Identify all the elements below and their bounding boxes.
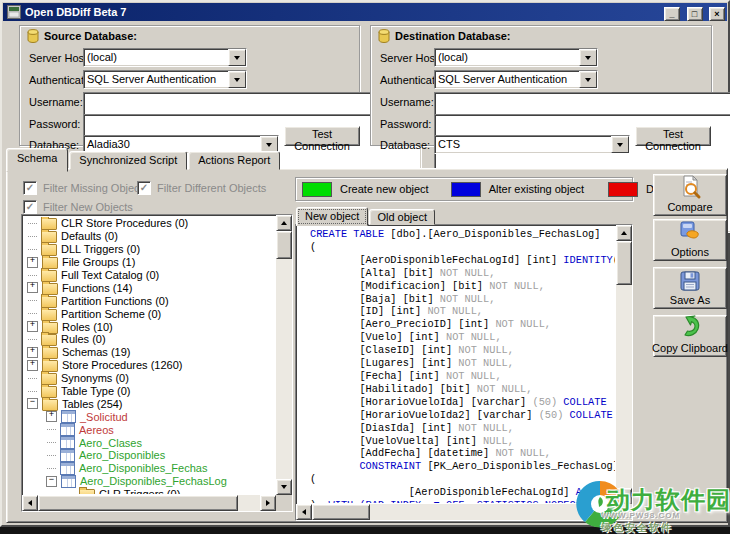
expand-icon[interactable]: + (27, 257, 38, 268)
tree-vscroll-thumb[interactable] (276, 231, 292, 259)
destination-database-combo[interactable]: CTS (434, 135, 630, 154)
dropdown-arrow-icon[interactable] (579, 71, 597, 88)
tree-connector (28, 236, 37, 237)
sql-hscroll-thumb[interactable] (312, 504, 370, 520)
tree-item[interactable]: +_Solicitud (23, 410, 275, 423)
scroll-up-icon[interactable] (276, 215, 292, 231)
minimize-button[interactable]: _ (664, 7, 680, 21)
tree-item[interactable]: Partition Functions (0) (23, 294, 275, 307)
collapse-icon[interactable]: − (27, 398, 38, 409)
sql-line: [HorarioVueloIda] [varchar] (50) COLLATE (310, 396, 615, 409)
folder-icon (42, 399, 58, 411)
save-as-label: Save As (670, 294, 710, 306)
scroll-left-icon[interactable] (296, 504, 312, 520)
source-username-label: Username: (29, 96, 83, 108)
expand-icon[interactable]: + (27, 360, 38, 371)
tree-item[interactable]: DLL Triggers (0) (23, 243, 275, 256)
tree-item[interactable]: +File Groups (1) (23, 256, 275, 269)
tree-item[interactable]: CLR Triggers (0) (23, 488, 275, 494)
dropdown-arrow-icon[interactable] (611, 136, 629, 153)
filter-different-objects-checkbox[interactable]: ✓ (137, 181, 151, 195)
destination-authentication-combo[interactable]: SQL Server Authentication (434, 70, 598, 89)
sql-line: [VueloVuelta] [int] NULL, (310, 435, 615, 448)
sql-vscroll-thumb[interactable] (616, 241, 632, 285)
sql-line: [ID] [int] NOT NULL, (310, 305, 615, 318)
tab-new-object[interactable]: New object (296, 207, 368, 226)
object-tree[interactable]: CLR Store Procedures (0)Defaults (0)DLL … (23, 217, 275, 494)
sql-horizontal-scrollbar[interactable] (296, 504, 616, 520)
sql-line: [Alta] [bit] NOT NULL, (310, 267, 615, 280)
tree-item[interactable]: Aero_Disponibles_Fechas (23, 462, 275, 475)
tree-connector (28, 275, 37, 276)
tree-item[interactable]: +Schemas (19) (23, 346, 275, 359)
tree-item-label: File Groups (1) (62, 256, 135, 268)
titlebar[interactable]: Open DBDiff Beta 7 _ □ × (3, 3, 727, 21)
scroll-right-icon[interactable] (600, 504, 616, 520)
tree-item-label: Partition Scheme (0) (61, 308, 161, 320)
tree-item[interactable]: Partition Scheme (0) (23, 307, 275, 320)
save-as-button[interactable]: Save As (653, 267, 727, 309)
tree-item[interactable]: CLR Store Procedures (0) (23, 217, 275, 230)
tree-item-label: Table Type (0) (61, 385, 131, 397)
source-authentication-value: SQL Server Authentication (84, 71, 228, 88)
sql-line: [DiasIda] [int] NOT NULL, (310, 422, 615, 435)
filter-missing-objects-checkbox[interactable]: ✓ (23, 181, 37, 195)
tree-horizontal-scrollbar[interactable] (22, 495, 276, 511)
destination-database-label: Database: (380, 139, 430, 151)
options-button[interactable]: Options (653, 219, 727, 261)
source-server-host-combo[interactable]: (local) (83, 48, 247, 67)
tab-synchronized-script[interactable]: Synchronized Script (69, 151, 187, 170)
scroll-right-icon[interactable] (260, 495, 276, 511)
tree-hscroll-thumb[interactable] (38, 495, 238, 511)
tree-item[interactable]: +Store Procedures (1260) (23, 359, 275, 372)
destination-test-connection-button[interactable]: Test Connection (635, 126, 711, 146)
tab-actions-report[interactable]: Actions Report (188, 151, 280, 170)
tree-item[interactable]: −Aero_Disponibles_FechasLog (23, 475, 275, 488)
expand-icon[interactable]: + (27, 282, 38, 293)
maximize-button[interactable]: □ (687, 7, 703, 21)
scroll-up-icon[interactable] (616, 225, 632, 241)
dropdown-arrow-icon[interactable] (228, 49, 246, 66)
source-test-connection-button[interactable]: Test Connection (284, 126, 360, 146)
expand-icon[interactable]: + (27, 321, 38, 332)
scroll-left-icon[interactable] (22, 495, 38, 511)
destination-server-host-combo[interactable]: (local) (434, 48, 598, 67)
dropdown-arrow-icon[interactable] (228, 71, 246, 88)
collapse-icon[interactable]: − (46, 476, 57, 487)
tab-old-object[interactable]: Old object (369, 209, 435, 225)
tab-schema[interactable]: Schema (6, 148, 68, 172)
tree-vertical-scrollbar[interactable] (276, 215, 292, 495)
sql-line: [Fecha] [int] NOT NULL, (310, 370, 615, 383)
tree-item[interactable]: Defaults (0) (23, 230, 275, 243)
compare-button[interactable]: Compare (653, 174, 727, 216)
close-button[interactable]: × (709, 7, 725, 21)
tree-item[interactable]: Table Type (0) (23, 385, 275, 398)
tree-item[interactable]: Aero_Disponibles (23, 449, 275, 462)
folder-icon (79, 489, 95, 494)
expand-icon[interactable]: + (46, 411, 57, 422)
tree-item[interactable]: Synonyms (0) (23, 372, 275, 385)
sql-script[interactable]: CREATE TABLE [dbo].[Aero_Disponibles_Fec… (297, 228, 615, 503)
sql-vertical-scrollbar[interactable] (616, 225, 632, 504)
source-authentication-combo[interactable]: SQL Server Authentication (83, 70, 247, 89)
tree-item[interactable]: +Functions (14) (23, 281, 275, 294)
destination-server-host-value: (local) (435, 49, 579, 66)
tree-item[interactable]: Full Text Catalog (0) (23, 269, 275, 282)
scroll-down-icon[interactable] (616, 488, 632, 504)
source-group-header: Source Database: (27, 29, 137, 43)
tree-item[interactable]: +Roles (10) (23, 320, 275, 333)
tree-item[interactable]: Aero_Clases (23, 436, 275, 449)
tree-item-label: Tables (254) (62, 398, 123, 410)
drop-color-swatch (608, 182, 638, 197)
tree-item[interactable]: Aereos (23, 423, 275, 436)
filter-different-objects-label: Filter Different Objects (157, 182, 266, 194)
tree-connector (28, 391, 37, 392)
copy-clipboard-button[interactable]: Copy Clipboard (653, 315, 727, 357)
scroll-down-icon[interactable] (276, 479, 292, 495)
filter-new-objects-checkbox[interactable]: ✓ (23, 200, 37, 214)
tree-item[interactable]: −Tables (254) (23, 397, 275, 410)
tree-item[interactable]: Rules (0) (23, 333, 275, 346)
dropdown-arrow-icon[interactable] (579, 49, 597, 66)
tree-connector (28, 249, 37, 250)
expand-icon[interactable]: + (27, 347, 38, 358)
